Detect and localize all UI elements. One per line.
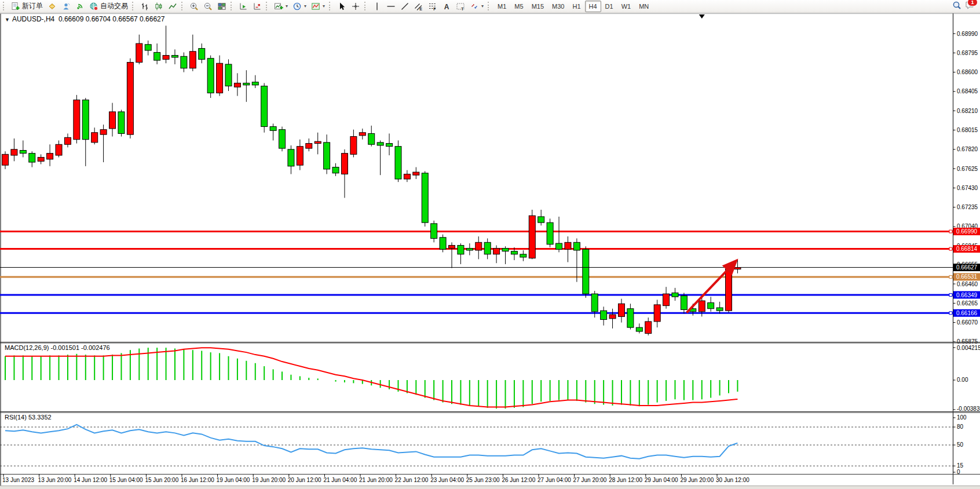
price-tick-label: 0.68600 bbox=[957, 69, 978, 75]
rsi-axis-label: 80 bbox=[957, 424, 964, 430]
zoom-out-button[interactable] bbox=[201, 0, 215, 13]
timeframe-m1-button[interactable]: M1 bbox=[493, 1, 510, 12]
price-tick-label: 0.67625 bbox=[957, 166, 978, 172]
bearish-candle bbox=[145, 45, 151, 50]
price-tick-label: 0.65875 bbox=[957, 338, 978, 345]
bearish-candle bbox=[243, 83, 250, 85]
crosshair-icon bbox=[351, 2, 360, 11]
arrows-icon bbox=[470, 2, 479, 11]
bearish-candle bbox=[377, 143, 383, 145]
line-chart-button[interactable] bbox=[166, 0, 180, 13]
autotrading-globe-icon bbox=[89, 2, 98, 11]
fibonacci-tool-button[interactable]: F bbox=[426, 0, 440, 13]
bullish-candle bbox=[109, 112, 116, 129]
new-chart-button[interactable]: ▾ bbox=[272, 0, 290, 13]
timeframe-d1-button[interactable]: D1 bbox=[601, 1, 617, 12]
time-tick-label: 16 Jun 12:00 bbox=[181, 477, 214, 483]
bullish-candle bbox=[306, 144, 312, 149]
horizontal-line-tool-button[interactable] bbox=[384, 0, 398, 13]
rsi-axis-label: 100 bbox=[957, 414, 967, 421]
text-tool-button[interactable]: A bbox=[440, 0, 454, 13]
bearish-candle bbox=[431, 224, 437, 239]
timeframe-h4-button[interactable]: H4 bbox=[585, 1, 601, 12]
indicators-list-button[interactable]: ▾ bbox=[309, 0, 327, 13]
timeframe-w1-button[interactable]: W1 bbox=[617, 1, 635, 12]
tile-windows-button[interactable] bbox=[215, 0, 229, 13]
mql5-community-button[interactable] bbox=[59, 0, 73, 13]
bearish-candle bbox=[458, 245, 464, 254]
chart-canvas: 0.689900.687950.686000.684050.682100.680… bbox=[0, 0, 980, 489]
timeframe-h1-button[interactable]: H1 bbox=[568, 1, 584, 12]
label-tool-button[interactable]: T bbox=[454, 0, 467, 13]
candle-chart-icon bbox=[154, 2, 163, 11]
notifications-button[interactable]: 1 bbox=[965, 1, 974, 12]
dropdown-caret-icon[interactable]: ▾ bbox=[286, 3, 288, 9]
period-selector-button[interactable]: ▾ bbox=[290, 0, 309, 13]
time-tick-label: 15 Jun 20:00 bbox=[145, 477, 178, 483]
bearish-candle bbox=[672, 293, 678, 297]
cursor-icon bbox=[337, 2, 346, 11]
trendline-tool-button[interactable] bbox=[398, 0, 412, 13]
bearish-candle bbox=[181, 56, 187, 68]
cursor-tool-button[interactable] bbox=[335, 0, 349, 13]
bearish-candle bbox=[270, 127, 276, 131]
hline-anchor-icon[interactable] bbox=[949, 230, 952, 233]
bearish-candle bbox=[484, 242, 491, 254]
price-tick-label: 0.66265 bbox=[957, 300, 978, 306]
bullish-candle bbox=[217, 63, 223, 93]
price-tick-label: 0.66070 bbox=[957, 319, 978, 326]
price-label-text: 0.66349 bbox=[956, 292, 978, 298]
dropdown-caret-icon[interactable]: ▾ bbox=[481, 3, 484, 9]
macd-indicator-label: MACD(12,26,9) -0.001501 -0.002476 bbox=[5, 344, 110, 351]
autotrading-button[interactable]: 自动交易 bbox=[87, 0, 130, 13]
timeframe-m30-button[interactable]: M30 bbox=[548, 1, 568, 12]
macd-axis-label: -0.003835 bbox=[957, 406, 980, 412]
signals-button[interactable] bbox=[73, 0, 87, 13]
price-tick-label: 0.68210 bbox=[957, 108, 978, 114]
price-label-text: 0.66166 bbox=[956, 310, 978, 316]
rsi-axis-label: 15 bbox=[957, 462, 964, 469]
bar-chart-button[interactable] bbox=[138, 0, 152, 13]
time-tick-label: 27 Jun 20:00 bbox=[573, 477, 607, 483]
timeframe-m15-button[interactable]: M15 bbox=[528, 1, 548, 12]
bullish-candle bbox=[189, 52, 196, 68]
bullish-candle bbox=[565, 242, 571, 249]
search-button[interactable] bbox=[952, 1, 961, 12]
hline-anchor-icon[interactable] bbox=[949, 275, 952, 278]
crosshair-tool-button[interactable] bbox=[349, 0, 363, 13]
timeframe-mn-button[interactable]: MN bbox=[635, 1, 653, 12]
equidistant-channel-tool-button[interactable]: E bbox=[412, 0, 426, 13]
trendline-icon bbox=[400, 2, 409, 11]
bullish-candle bbox=[449, 245, 455, 248]
new-order-button[interactable]: 新订单 bbox=[9, 0, 45, 13]
bearish-candle bbox=[422, 173, 428, 222]
bearish-candle bbox=[20, 151, 26, 154]
vertical-line-tool-button[interactable] bbox=[370, 0, 384, 13]
arrows-tool-button[interactable]: ▾ bbox=[467, 0, 486, 13]
metaeditor-button[interactable] bbox=[45, 0, 59, 13]
zoom-in-button[interactable] bbox=[187, 0, 201, 13]
bullish-candle bbox=[654, 305, 660, 322]
hline-anchor-icon[interactable] bbox=[949, 312, 952, 315]
auto-scroll-button[interactable] bbox=[236, 0, 250, 13]
toolbar: 新订单自动交易▾▾▾EFAT▾M1M5M15M30H1H4D1W1MN1 bbox=[0, 0, 980, 13]
time-tick-label: 29 Jun 20:00 bbox=[680, 477, 714, 483]
autotrading-label: 自动交易 bbox=[100, 1, 128, 11]
chart-shift-button[interactable] bbox=[250, 0, 264, 13]
bullish-candle bbox=[47, 154, 53, 159]
auto-scroll-icon bbox=[239, 2, 248, 11]
bearish-candle bbox=[716, 308, 723, 311]
timeframe-m5-button[interactable]: M5 bbox=[510, 1, 527, 12]
price-label-text: 0.66814 bbox=[956, 246, 978, 252]
candlestick-chart-button[interactable] bbox=[152, 0, 166, 13]
bullish-candle bbox=[359, 133, 365, 136]
bar-chart-icon bbox=[140, 2, 149, 11]
dropdown-caret-icon[interactable]: ▾ bbox=[323, 3, 325, 9]
dropdown-caret-icon[interactable]: ▾ bbox=[304, 3, 306, 9]
hline-anchor-icon[interactable] bbox=[949, 294, 952, 297]
new-order-label: 新订单 bbox=[22, 1, 43, 11]
chart-collapse-icon[interactable]: ▼ bbox=[5, 17, 10, 23]
macd-axis-label: 0.00 bbox=[957, 377, 968, 383]
bullish-candle bbox=[476, 242, 482, 250]
hline-anchor-icon[interactable] bbox=[949, 247, 952, 250]
